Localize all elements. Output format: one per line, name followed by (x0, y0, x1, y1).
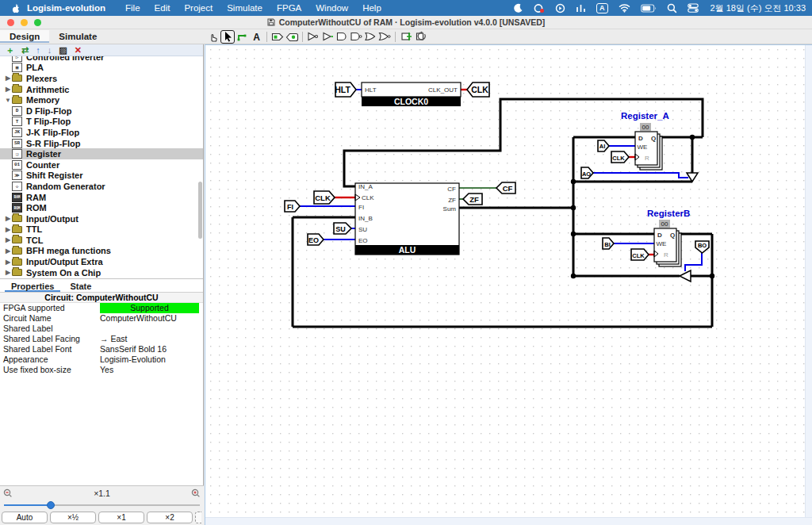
tree-item-bfh-mega-functions[interactable]: ▶BFH mega functions (0, 246, 203, 257)
tree-item-t-flip-flop[interactable]: TT Flip-Flop (0, 117, 203, 128)
property-row-shared-label-facing[interactable]: Shared Label Facing→ East (0, 334, 203, 344)
property-value[interactable]: Logisim-Evolution (100, 354, 199, 365)
chevron-right-icon[interactable]: ▶ (4, 226, 12, 233)
property-row-shared-label-font[interactable]: Shared Label FontSansSerif Bold 16 (0, 344, 203, 354)
chevron-down-icon[interactable]: ▼ (4, 97, 12, 104)
tab-design[interactable]: Design (0, 30, 49, 43)
property-row-shared-label[interactable]: Shared Label (0, 324, 203, 334)
zoom-button-1[interactable]: ×½ (50, 512, 96, 523)
tool-or-gate[interactable] (363, 30, 377, 44)
move-up-icon[interactable]: ↑ (36, 45, 40, 55)
canvas-vertical-scrollbar[interactable] (805, 45, 812, 525)
tab-state[interactable]: State (63, 280, 98, 292)
tree-item-s-r-flip-flop[interactable]: SRS-R Flip-Flop (0, 138, 203, 149)
tree-item-shift-register[interactable]: ≫Shift Register (0, 171, 203, 182)
tool-nand-gate[interactable] (349, 30, 363, 44)
tool-wiring[interactable] (235, 30, 249, 44)
canvas-horizontal-scrollbar[interactable] (205, 517, 812, 525)
control-center-icon[interactable] (688, 3, 699, 13)
property-value[interactable] (100, 324, 199, 334)
zoom-slider-thumb[interactable] (47, 501, 55, 509)
battery-icon[interactable] (641, 4, 657, 13)
tool-and-gate[interactable] (335, 30, 349, 44)
tree-item-plexers[interactable]: ▶Plexers (0, 73, 203, 84)
tree-item-register[interactable]: ❏Register (0, 148, 203, 159)
tab-simulate[interactable]: Simulate (49, 30, 106, 43)
tree-item-ttl[interactable]: ▶TTL (0, 224, 203, 236)
property-value[interactable]: → East (100, 334, 199, 344)
property-value[interactable]: Yes (100, 365, 199, 375)
add-circuit-icon[interactable]: ＋ (6, 45, 14, 55)
property-row-circuit-name[interactable]: Circuit NameComputerWithoutCU (0, 313, 203, 324)
tunnel-clk-a[interactable]: CLK (611, 151, 629, 163)
menu-simulate[interactable]: Simulate (227, 3, 262, 13)
zoom-slider[interactable] (0, 500, 204, 511)
tool-not-gate[interactable] (306, 30, 320, 44)
tool-add-circuit[interactable] (399, 30, 413, 44)
clock0-component[interactable]: HLT CLK_OUT CLOCK0 (362, 82, 461, 106)
search-icon[interactable] (667, 3, 677, 13)
tunnel-clk-b[interactable]: CLK (631, 249, 649, 260)
tunnel-hlt[interactable]: HLT (335, 82, 356, 97)
tree-item-system-on-a-chip[interactable]: ▶System On a Chip (0, 267, 203, 278)
tree-item-d-flip-flop[interactable]: DD Flip-Flop (0, 105, 203, 117)
tree-item-tcl[interactable]: ▶TCL (0, 235, 203, 246)
tool-buffer-gate[interactable] (320, 30, 335, 44)
tree-item-arithmetic[interactable]: ▶Arithmetic (0, 84, 203, 95)
record-icon[interactable] (534, 3, 545, 13)
zoom-out-icon[interactable] (3, 489, 13, 498)
tool-pin-output[interactable] (285, 30, 299, 44)
menubar-clock[interactable]: 2월 18일 (수) 오전 10:33 (710, 2, 806, 14)
load-library-icon[interactable]: ⇄ (21, 45, 29, 55)
tree-item-counter[interactable]: 01Counter (0, 159, 203, 171)
zoom-button-auto[interactable]: Auto (2, 512, 48, 523)
property-value[interactable]: SansSerif Bold 16 (100, 344, 199, 354)
register-a-component[interactable]: D Q WE R (635, 132, 662, 170)
tunnel-clk-main[interactable]: CLK (467, 82, 489, 97)
tree-item-pla[interactable]: ▦PLA (0, 63, 203, 74)
zoom-button-2[interactable]: ×1 (98, 512, 144, 523)
tool-poke[interactable] (206, 30, 220, 44)
menubar-app-name[interactable]: Logisim-evolution (27, 3, 105, 13)
tab-properties[interactable]: Properties (5, 280, 60, 292)
property-value[interactable]: ComputerWithoutCU (100, 313, 199, 324)
chevron-right-icon[interactable]: ▶ (4, 259, 12, 266)
tree-item-input-output-extra[interactable]: ▶Input/Output Extra (0, 256, 203, 267)
property-value[interactable]: Supported (100, 303, 199, 313)
chevron-right-icon[interactable]: ▶ (4, 236, 12, 243)
register-a-label[interactable]: Register_A (621, 111, 669, 121)
register-b-component[interactable]: D Q WE R (654, 228, 681, 266)
property-row-fpga-supported[interactable]: FPGA supportedSupported (0, 303, 203, 313)
move-down-icon[interactable]: ↓ (48, 45, 52, 55)
tree-item-memory[interactable]: ▼Memory (0, 94, 203, 105)
tool-pin-input[interactable] (270, 30, 285, 44)
chevron-right-icon[interactable]: ▶ (4, 75, 12, 82)
tree-item-j-k-flip-flop[interactable]: JKJ-K Flip-Flop (0, 127, 203, 138)
property-row-appearance[interactable]: AppearanceLogisim-Evolution (0, 354, 203, 365)
property-row-use-fixed-box-size[interactable]: Use fixed box-sizeYes (0, 365, 203, 375)
moon-icon[interactable] (513, 3, 523, 13)
wifi-icon[interactable] (619, 3, 630, 13)
tree-item-input-output[interactable]: ▶Input/Output (0, 213, 203, 224)
menu-edit[interactable]: Edit (155, 3, 170, 13)
chevron-right-icon[interactable]: ▶ (4, 247, 12, 255)
zoom-button-3[interactable]: ×2 (147, 512, 193, 523)
chevron-right-icon[interactable]: ▶ (4, 215, 12, 222)
menu-fpga[interactable]: FPGA (277, 3, 301, 13)
tool-select[interactable] (220, 30, 235, 44)
apple-logo-icon[interactable] (10, 3, 22, 13)
tree-item-controlled-inverter[interactable]: ▷Controlled Inverter (0, 56, 203, 63)
tree-item-random-generator[interactable]: ⁘Random Generator (0, 181, 203, 192)
tree-item-ram[interactable]: RAMRAM (0, 192, 203, 203)
play-circle-icon[interactable] (555, 3, 565, 13)
menu-window[interactable]: Window (316, 3, 348, 13)
tool-reload-library[interactable] (413, 30, 427, 44)
tool-nor-gate[interactable] (377, 30, 392, 44)
menu-file[interactable]: File (125, 3, 140, 13)
zoom-in-icon[interactable] (191, 489, 201, 498)
edit-appearance-icon[interactable]: ▨ (59, 45, 67, 55)
tree-scrollbar[interactable] (198, 182, 202, 239)
register-b-label[interactable]: RegisterB (647, 209, 690, 218)
input-source-badge[interactable]: A (596, 3, 608, 13)
tunnel-clk-alu[interactable]: CLK (314, 191, 335, 204)
